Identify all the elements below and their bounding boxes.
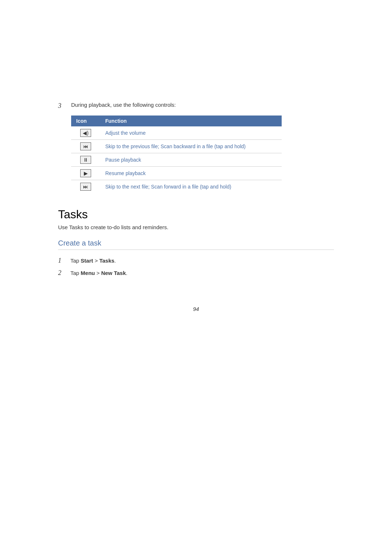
- bold-word-2-1: Menu: [81, 270, 95, 276]
- create-task-heading: Create a task: [58, 239, 334, 250]
- table-cell-function-1: Skip to the previous file; Scan backward…: [100, 140, 282, 153]
- table-cell-function-4: Skip to the next file; Scan forward in a…: [100, 180, 282, 194]
- table-header-icon: Icon: [71, 116, 100, 126]
- play-icon-box: ▶: [80, 169, 91, 177]
- tasks-section: Tasks Use Tasks to create to-do lists an…: [58, 208, 334, 277]
- next-icon-box: ⏭: [80, 183, 91, 191]
- table-cell-function-3: Resume playback: [100, 167, 282, 180]
- bold-word-1-1: Start: [81, 258, 93, 264]
- table-header-row: Icon Function: [71, 116, 282, 126]
- task-step-number-2: 2: [58, 269, 65, 277]
- page-number: 94: [58, 306, 334, 312]
- step3-intro: 3 During playback, use the following con…: [58, 102, 334, 110]
- next-icon: ⏭: [71, 180, 100, 194]
- task-step-number-1: 1: [58, 256, 65, 264]
- table-row: ⏮Skip to the previous file; Scan backwar…: [71, 140, 282, 153]
- step3-number: 3: [58, 102, 65, 110]
- play-icon: ▶: [71, 167, 100, 180]
- table-row: ⏭Skip to the next file; Scan forward in …: [71, 180, 282, 194]
- table-row: ◀)Adjust the volume: [71, 126, 282, 140]
- task-step-2: 2Tap Menu > New Task.: [58, 269, 334, 277]
- task-step-1: 1Tap Start > Tasks.: [58, 256, 334, 264]
- volume-icon: ◀): [71, 126, 100, 140]
- previous-icon: ⏮: [71, 140, 100, 153]
- table-row: ▶Resume playback: [71, 167, 282, 180]
- bold-word-1-2: Tasks: [99, 258, 114, 264]
- step3-text: During playback, use the following contr…: [71, 102, 176, 108]
- volume-icon-box: ◀): [80, 129, 91, 137]
- pause-icon-box: ⏸: [80, 156, 91, 164]
- controls-table: Icon Function ◀)Adjust the volume⏮Skip t…: [71, 116, 282, 193]
- pause-icon: ⏸: [71, 153, 100, 167]
- table-cell-function-0: Adjust the volume: [100, 126, 282, 140]
- tasks-title: Tasks: [58, 208, 334, 221]
- table-cell-function-2: Pause playback: [100, 153, 282, 167]
- bold-word-2-2: New Task: [101, 270, 126, 276]
- task-step-text-1: Tap Start > Tasks.: [70, 258, 116, 264]
- table-header-function: Function: [100, 116, 282, 126]
- task-step-text-2: Tap Menu > New Task.: [70, 270, 127, 276]
- tasks-description: Use Tasks to create to-do lists and remi…: [58, 224, 334, 230]
- table-row: ⏸Pause playback: [71, 153, 282, 167]
- previous-icon-box: ⏮: [80, 142, 91, 150]
